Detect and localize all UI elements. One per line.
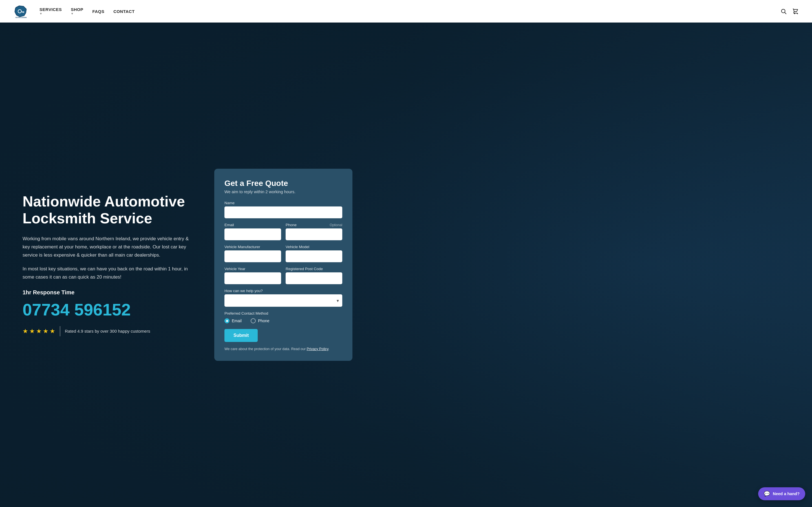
nav-item-faqs[interactable]: FAQS: [93, 9, 105, 14]
vehicle-make-model-row: Vehicle Manufacturer Vehicle Model: [224, 245, 342, 262]
hero-left: Nationwide Automotive Locksmith Service …: [22, 193, 197, 336]
name-field-group: Name: [224, 201, 342, 218]
phone-input[interactable]: [286, 228, 342, 240]
quote-form-container: Get a Free Quote We aim to reply within …: [214, 169, 352, 361]
cart-button[interactable]: [792, 8, 799, 14]
cart-icon: [792, 8, 799, 14]
email-input[interactable]: [224, 228, 281, 240]
chat-bubble[interactable]: 💬 Need a hand?: [758, 487, 805, 500]
search-button[interactable]: [780, 8, 786, 14]
quote-card: Get a Free Quote We aim to reply within …: [214, 169, 352, 361]
postcode-input[interactable]: [286, 272, 342, 284]
radio-phone-btn[interactable]: [251, 318, 256, 323]
star-2: ★: [29, 328, 35, 335]
logo[interactable]: KEYACCESSNI: [13, 4, 28, 18]
postcode-label: Registered Post Code: [286, 267, 342, 271]
hero-description-2: In most lost key situations, we can have…: [22, 265, 197, 281]
svg-point-7: [781, 9, 785, 13]
logo-icon: KEYACCESSNI: [13, 4, 28, 18]
radio-phone[interactable]: Phone: [251, 318, 269, 323]
star-5: ★: [50, 328, 55, 335]
submit-button[interactable]: Submit: [224, 329, 258, 342]
optional-tag: Optional: [329, 223, 342, 227]
rating-row: ★ ★ ★ ★ ★ Rated 4.9 stars by over 300 ha…: [22, 326, 197, 336]
radio-email-btn[interactable]: [224, 318, 230, 323]
phone-field-group: Phone Optional: [286, 223, 342, 240]
svg-line-8: [785, 13, 786, 14]
contact-method-radio-group: Email Phone: [224, 318, 342, 323]
vehicle-manufacturer-input[interactable]: [224, 250, 281, 262]
name-input[interactable]: [224, 207, 342, 218]
hero-section: Nationwide Automotive Locksmith Service …: [0, 22, 812, 507]
svg-text:KEYACCESSNI: KEYACCESSNI: [15, 17, 27, 18]
hero-content: Nationwide Automotive Locksmith Service …: [0, 22, 812, 507]
email-field-group: Email: [224, 223, 281, 240]
response-time: 1hr Response Time: [22, 289, 197, 296]
privacy-text: We care about the protection of your dat…: [224, 346, 342, 352]
vehicle-year-group: Vehicle Year: [224, 267, 281, 284]
rating-divider: [60, 326, 60, 336]
nav-left: KEYACCESSNI SERVICES ▾ SHOP ▾ FAQS CONTA…: [13, 4, 135, 18]
vehicle-model-label: Vehicle Model: [286, 245, 342, 249]
vehicle-model-group: Vehicle Model: [286, 245, 342, 262]
nav-item-shop[interactable]: SHOP ▾: [71, 7, 83, 15]
search-icon: [780, 8, 786, 14]
contact-method-label: Preferred Contact Method: [224, 311, 342, 316]
vehicle-year-input[interactable]: [224, 272, 281, 284]
star-1: ★: [22, 328, 28, 335]
radio-phone-label: Phone: [258, 319, 269, 323]
vehicle-year-label: Vehicle Year: [224, 267, 281, 271]
vehicle-model-input[interactable]: [286, 250, 342, 262]
help-select[interactable]: Lost Car Key Spare Key Key Fob Repair Va…: [224, 294, 342, 307]
name-label: Name: [224, 201, 342, 205]
email-label: Email: [224, 223, 281, 227]
star-3: ★: [36, 328, 42, 335]
svg-point-9: [794, 13, 795, 14]
chat-label: Need a hand?: [773, 492, 800, 496]
vehicle-manufacturer-group: Vehicle Manufacturer: [224, 245, 281, 262]
privacy-policy-link[interactable]: Privacy Policy: [307, 347, 328, 351]
chat-icon: 💬: [764, 491, 770, 497]
quote-title: Get a Free Quote: [224, 179, 342, 188]
postcode-group: Registered Post Code: [286, 267, 342, 284]
privacy-period: .: [328, 347, 329, 351]
help-field-group: How can we help you? Lost Car Key Spare …: [224, 289, 342, 307]
vehicle-manufacturer-label: Vehicle Manufacturer: [224, 245, 281, 249]
nav-item-services[interactable]: SERVICES ▾: [40, 7, 62, 15]
quote-subtitle: We aim to reply within 2 working hours.: [224, 189, 342, 194]
svg-point-10: [797, 13, 798, 14]
help-label: How can we help you?: [224, 289, 342, 293]
star-4: ★: [43, 328, 49, 335]
contact-method-section: Preferred Contact Method Email Phone: [224, 311, 342, 323]
help-select-wrap: Lost Car Key Spare Key Key Fob Repair Va…: [224, 294, 342, 307]
nav-item-contact[interactable]: CONTACT: [113, 9, 135, 14]
phone-label: Phone Optional: [286, 223, 342, 227]
hero-title: Nationwide Automotive Locksmith Service: [22, 193, 197, 227]
nav-links: SERVICES ▾ SHOP ▾ FAQS CONTACT: [40, 7, 135, 15]
radio-email[interactable]: Email: [224, 318, 242, 323]
nav-right: [780, 8, 799, 14]
star-rating: ★ ★ ★ ★ ★: [22, 328, 55, 335]
phone-number[interactable]: 07734 596152: [22, 301, 197, 318]
email-phone-row: Email Phone Optional: [224, 223, 342, 240]
radio-email-label: Email: [232, 319, 242, 323]
privacy-prefix: We care about the protection of your dat…: [224, 347, 306, 351]
hero-description-1: Working from mobile vans around Northern…: [22, 235, 197, 260]
navbar: KEYACCESSNI SERVICES ▾ SHOP ▾ FAQS CONTA…: [0, 0, 812, 22]
rating-text: Rated 4.9 stars by over 300 happy custom…: [65, 329, 150, 334]
year-postcode-row: Vehicle Year Registered Post Code: [224, 267, 342, 284]
